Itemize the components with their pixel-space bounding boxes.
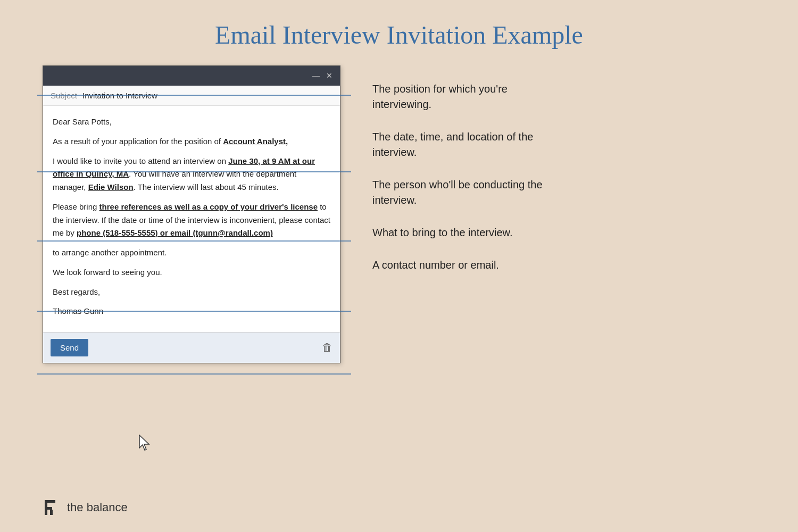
svg-rect-3 <box>45 507 52 510</box>
interviewer-highlight: Edie Wilson <box>88 182 134 192</box>
annotation-text-5: A contact number or email. <box>372 257 499 273</box>
contact-highlight: phone (518-555-5555) or email (tgunn@ran… <box>77 228 273 237</box>
sender-name: Thomas Gunn <box>53 305 330 318</box>
email-titlebar: — ✕ <box>43 66 340 86</box>
minimize-button[interactable]: — <box>312 72 320 80</box>
annotation-text-3: The person who'll be conducting the inte… <box>372 177 543 208</box>
paragraph-2: I would like to invite you to attend an … <box>53 155 330 194</box>
paragraph-5: We look forward to seeing you. <box>53 266 330 279</box>
paragraph-3: Please bring three references as well as… <box>53 201 330 240</box>
email-window: — ✕ Subject Invitation to Interview Dear… <box>43 65 340 363</box>
paragraph-1: As a result of your application for the … <box>53 135 330 148</box>
closing: Best regards, <box>53 286 330 299</box>
logo-area: the balance <box>43 498 128 517</box>
subject-label: Subject <box>51 91 77 100</box>
email-footer: Send 🗑 <box>43 332 340 363</box>
logo-text: the balance <box>67 501 128 514</box>
bring-highlight: three references as well as a copy of yo… <box>99 202 318 211</box>
annotation-text-4: What to bring to the interview. <box>372 225 512 240</box>
page-title: Email Interview Invitation Example <box>0 0 798 49</box>
main-layout: — ✕ Subject Invitation to Interview Dear… <box>0 65 798 363</box>
position-highlight: Account Analyst, <box>223 137 288 146</box>
logo-icon <box>43 498 62 517</box>
svg-marker-0 <box>139 435 149 450</box>
annotation-text-1: The position for which you're interviewi… <box>372 81 543 112</box>
send-button[interactable]: Send <box>51 339 88 356</box>
annotation-item-4: What to bring to the interview. <box>372 225 755 240</box>
email-subject-row: Subject Invitation to Interview <box>43 86 340 106</box>
trash-icon[interactable]: 🗑 <box>322 342 332 354</box>
subject-value: Invitation to Interview <box>82 91 157 100</box>
svg-rect-2 <box>45 500 55 503</box>
annotation-text-2: The date, time, and location of the inte… <box>372 129 543 160</box>
mouse-cursor <box>137 434 150 453</box>
salutation: Dear Sara Potts, <box>53 115 330 129</box>
paragraph-4: to arrange another appointment. <box>53 246 330 260</box>
annotation-item-2: The date, time, and location of the inte… <box>372 129 755 160</box>
annotation-item-5: A contact number or email. <box>372 257 755 273</box>
email-body: Dear Sara Potts, As a result of your app… <box>43 106 340 332</box>
close-button[interactable]: ✕ <box>326 71 332 80</box>
annotations-panel: The position for which you're interviewi… <box>340 65 755 290</box>
annotation-item-3: The person who'll be conducting the inte… <box>372 177 755 208</box>
svg-rect-4 <box>50 510 53 515</box>
annotation-item-1: The position for which you're interviewi… <box>372 81 755 112</box>
